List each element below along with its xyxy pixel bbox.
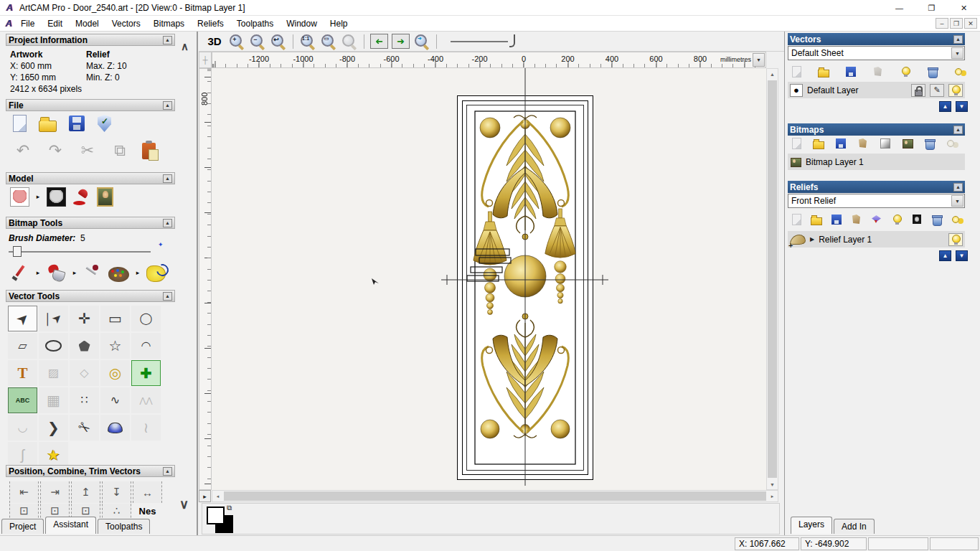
vector-texture-tool[interactable]: ★: [39, 442, 68, 468]
section-header-vector-tools[interactable]: Vector Tools ▲: [6, 290, 175, 302]
text-tool[interactable]: T: [8, 360, 37, 386]
previous-bitmap-icon[interactable]: ➜: [370, 34, 388, 49]
lock-icon[interactable]: [911, 84, 925, 97]
lighting-icon[interactable]: [72, 187, 91, 207]
visibility-bulb-icon[interactable]: [948, 84, 963, 97]
save-vectors-icon[interactable]: [845, 66, 857, 77]
flyout-arrow-icon[interactable]: ▸: [35, 263, 41, 283]
minimize-button[interactable]: —: [883, 0, 915, 16]
collapse-icon[interactable]: ▲: [163, 467, 172, 476]
arc-tool[interactable]: ◠: [131, 333, 161, 359]
relief-select[interactable]: Front Relief ▼: [788, 194, 965, 208]
detail-slider[interactable]: [451, 34, 519, 49]
separator[interactable]: [364, 34, 364, 49]
colour-fade-icon[interactable]: [880, 138, 891, 149]
flood-fill-icon[interactable]: [47, 263, 66, 283]
brush-diameter-slider[interactable]: [9, 251, 151, 253]
panel-overflow-button[interactable]: ▸: [199, 490, 211, 502]
layer-name[interactable]: Relief Layer 1: [819, 235, 944, 245]
colour-picker-icon[interactable]: [83, 263, 103, 283]
menu-item[interactable]: File: [14, 17, 41, 30]
offset-vectors-tool[interactable]: ◇: [70, 360, 99, 386]
show-all-layers-icon[interactable]: [951, 214, 963, 225]
collapse-icon[interactable]: ▲: [953, 126, 963, 134]
show-all-layers-icon[interactable]: [946, 138, 958, 149]
zoom-selection-icon[interactable]: [341, 34, 358, 50]
horizontal-scrollbar[interactable]: ◂ ▸: [212, 490, 778, 502]
collapse-icon[interactable]: ▲: [163, 101, 172, 110]
zoom-1to1-icon[interactable]: 1:1: [299, 34, 316, 50]
panel-scroll-down-icon[interactable]: ∨: [179, 496, 189, 512]
collapse-icon[interactable]: ▲: [953, 35, 963, 44]
slider-flyout-icon[interactable]: ✦: [158, 241, 164, 248]
panel-tab[interactable]: Project: [1, 519, 44, 534]
dropdown-icon[interactable]: ▼: [951, 47, 963, 59]
image-icon[interactable]: [902, 138, 913, 149]
panel-tab[interactable]: Add In: [834, 519, 875, 534]
panel-scroll-up-icon[interactable]: ∧: [181, 40, 189, 53]
open-relief-icon[interactable]: [811, 214, 822, 225]
profile-tool[interactable]: ʃ: [8, 442, 37, 468]
texture-flood-icon[interactable]: [146, 265, 166, 282]
scroll-down-icon[interactable]: ▼: [767, 479, 778, 489]
delete-layer-icon[interactable]: [924, 138, 936, 149]
model-properties-icon[interactable]: [97, 115, 112, 132]
smooth-nodes-tool[interactable]: ≀: [131, 415, 161, 441]
align-top-icon[interactable]: ↥: [71, 481, 100, 503]
new-sheet-icon[interactable]: [791, 66, 802, 77]
open-model-icon[interactable]: [39, 121, 57, 132]
section-header-file[interactable]: File ▲: [6, 99, 175, 111]
polygon-tool[interactable]: [70, 333, 99, 359]
collapse-icon[interactable]: ▲: [163, 292, 172, 301]
toggle-visibility-icon[interactable]: [900, 66, 911, 77]
cut-vectors-tool[interactable]: ✂: [70, 415, 99, 441]
centre-in-material-icon[interactable]: ⊡: [40, 504, 70, 518]
units-dropdown-icon[interactable]: ▼: [753, 53, 765, 67]
cut-icon[interactable]: ✂: [77, 141, 98, 161]
save-bitmap-icon[interactable]: [835, 138, 847, 149]
redo-icon[interactable]: ↷: [45, 141, 65, 161]
section-header-bitmap-tools[interactable]: Bitmap Tools ▲: [6, 217, 175, 229]
new-layer-icon[interactable]: [791, 214, 802, 225]
envelope-distortion-tool[interactable]: ▦: [39, 387, 68, 413]
smooth-polyline-tool[interactable]: ⋀⋀: [131, 387, 161, 413]
bitmap-layer-row[interactable]: Bitmap Layer 1: [788, 154, 965, 170]
bitmaps-panel-header[interactable]: Bitmaps ▲: [788, 123, 965, 136]
flyout-arrow-icon[interactable]: ▸: [135, 263, 141, 283]
menu-item[interactable]: Edit: [41, 17, 69, 30]
measure-tool[interactable]: ◎: [100, 360, 130, 386]
align-right-icon[interactable]: ⇥: [40, 481, 70, 503]
undo-icon[interactable]: ↶: [13, 141, 33, 161]
ellipse-tool[interactable]: [39, 333, 68, 359]
move-layer-up-icon[interactable]: ▲: [939, 250, 951, 261]
copy-icon[interactable]: ⧉: [110, 141, 130, 161]
flyout-arrow-icon[interactable]: ▸: [35, 187, 41, 207]
scrollbar-thumb[interactable]: [768, 80, 777, 478]
select-vectors-tool[interactable]: ➤: [8, 306, 37, 331]
flyout-arrow-icon[interactable]: ▸: [72, 263, 77, 283]
collapse-icon[interactable]: ▲: [163, 174, 172, 183]
panel-tab[interactable]: Toolpaths: [98, 519, 150, 534]
block-copy-tool[interactable]: ✚: [131, 360, 161, 386]
menu-item[interactable]: Reliefs: [191, 17, 230, 30]
primary-colour-swatch[interactable]: [207, 507, 225, 524]
import-vectors-icon[interactable]: [872, 66, 884, 77]
layer-name[interactable]: Default Layer: [807, 85, 907, 95]
invert-relief-icon[interactable]: [911, 214, 923, 225]
vertical-scrollbar[interactable]: ▲ ▼: [766, 68, 778, 490]
layer-name[interactable]: Bitmap Layer 1: [806, 157, 963, 167]
paste-icon[interactable]: [142, 143, 156, 159]
arc-fit-tool[interactable]: ◡: [8, 415, 37, 441]
open-bitmap-icon[interactable]: [813, 138, 824, 149]
sheet-select[interactable]: Default Sheet ▼: [788, 46, 965, 60]
slider-handle[interactable]: [13, 246, 22, 257]
ruler-corner[interactable]: ┼: [199, 52, 212, 68]
collapse-icon[interactable]: ▲: [163, 219, 172, 227]
vectors-panel-header[interactable]: Vectors ▲: [788, 33, 965, 45]
vector-paint-tool[interactable]: ▨: [39, 360, 68, 386]
relief-layer-row[interactable]: ▶ Relief Layer 1: [788, 231, 965, 248]
restore-button[interactable]: ❐: [915, 0, 948, 16]
menu-item[interactable]: Window: [280, 17, 324, 30]
save-relief-icon[interactable]: [831, 214, 842, 225]
invert-model-icon[interactable]: [47, 187, 66, 207]
